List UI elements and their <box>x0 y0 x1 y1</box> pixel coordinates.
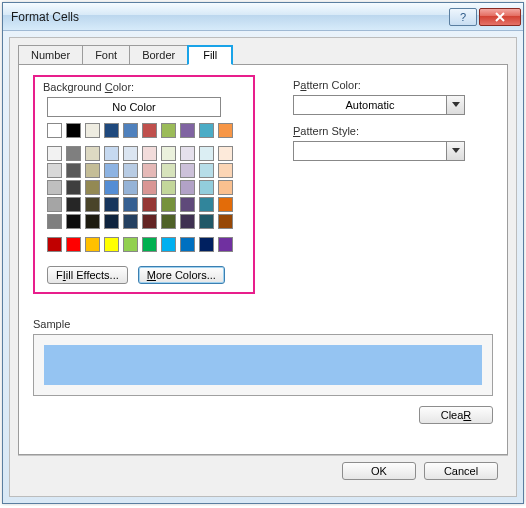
color-swatch[interactable] <box>123 214 138 229</box>
color-swatch[interactable] <box>199 214 214 229</box>
color-swatch[interactable] <box>66 123 81 138</box>
color-swatch[interactable] <box>142 180 157 195</box>
color-swatch[interactable] <box>85 197 100 212</box>
color-swatch[interactable] <box>47 146 62 161</box>
color-swatch[interactable] <box>66 214 81 229</box>
dialog-footer: OK Cancel <box>18 455 508 488</box>
color-swatch[interactable] <box>180 214 195 229</box>
color-swatch[interactable] <box>142 163 157 178</box>
color-swatch[interactable] <box>199 180 214 195</box>
color-swatch[interactable] <box>123 180 138 195</box>
sample-group: Sample <box>33 318 493 396</box>
color-swatch[interactable] <box>161 180 176 195</box>
color-swatch[interactable] <box>218 197 233 212</box>
color-swatch[interactable] <box>85 214 100 229</box>
chevron-down-icon <box>446 142 464 160</box>
color-swatch[interactable] <box>123 197 138 212</box>
color-swatch[interactable] <box>161 237 176 252</box>
color-swatch[interactable] <box>199 146 214 161</box>
tab-border[interactable]: Border <box>129 45 188 65</box>
color-swatch[interactable] <box>199 123 214 138</box>
color-swatch[interactable] <box>104 214 119 229</box>
color-swatch[interactable] <box>47 123 62 138</box>
color-swatch[interactable] <box>123 146 138 161</box>
fill-effects-button[interactable]: FIill Effects... <box>47 266 128 284</box>
color-swatch[interactable] <box>47 214 62 229</box>
color-swatch[interactable] <box>123 123 138 138</box>
color-swatch[interactable] <box>180 197 195 212</box>
color-swatch[interactable] <box>66 237 81 252</box>
color-swatch[interactable] <box>180 180 195 195</box>
color-swatch[interactable] <box>47 180 62 195</box>
color-swatch[interactable] <box>199 163 214 178</box>
background-color-label: Background Color: <box>43 81 245 93</box>
color-swatch[interactable] <box>161 214 176 229</box>
color-swatch[interactable] <box>218 180 233 195</box>
sample-preview <box>44 345 482 385</box>
close-button[interactable] <box>479 8 521 26</box>
color-swatch[interactable] <box>218 237 233 252</box>
pattern-color-combo[interactable]: Automatic <box>293 95 465 115</box>
color-swatch[interactable] <box>66 197 81 212</box>
color-swatch[interactable] <box>85 237 100 252</box>
dialog-body: Number Font Border Fill Background Color… <box>9 37 517 497</box>
color-swatch[interactable] <box>123 237 138 252</box>
color-swatch[interactable] <box>66 163 81 178</box>
color-swatch[interactable] <box>161 163 176 178</box>
color-swatch[interactable] <box>66 146 81 161</box>
pattern-column: Pattern Color: Automatic Pattern Style: <box>293 75 473 294</box>
color-swatch[interactable] <box>218 123 233 138</box>
color-swatch[interactable] <box>85 163 100 178</box>
color-swatch[interactable] <box>104 237 119 252</box>
sample-box <box>33 334 493 396</box>
format-cells-dialog: Format Cells ? Number Font Border Fill B… <box>2 2 524 504</box>
tab-fill[interactable]: Fill <box>187 45 233 65</box>
color-swatch[interactable] <box>47 237 62 252</box>
color-swatch[interactable] <box>85 146 100 161</box>
fill-panel: Background Color: No Color FIill Effects… <box>18 64 508 455</box>
titlebar[interactable]: Format Cells ? <box>3 3 523 31</box>
color-swatch[interactable] <box>104 163 119 178</box>
color-swatch[interactable] <box>180 146 195 161</box>
color-swatch[interactable] <box>104 146 119 161</box>
ok-button[interactable]: OK <box>342 462 416 480</box>
color-swatch[interactable] <box>142 123 157 138</box>
color-swatch[interactable] <box>66 180 81 195</box>
color-swatch[interactable] <box>47 163 62 178</box>
help-button[interactable]: ? <box>449 8 477 26</box>
color-swatch[interactable] <box>180 163 195 178</box>
clear-button[interactable]: CleaR <box>419 406 493 424</box>
color-swatch[interactable] <box>199 237 214 252</box>
background-color-group: Background Color: No Color FIill Effects… <box>33 75 255 294</box>
color-swatch[interactable] <box>142 146 157 161</box>
color-swatch[interactable] <box>180 237 195 252</box>
color-swatch[interactable] <box>218 146 233 161</box>
color-swatch[interactable] <box>161 197 176 212</box>
color-swatch[interactable] <box>199 197 214 212</box>
theme-color-row <box>47 123 245 138</box>
tab-number[interactable]: Number <box>18 45 83 65</box>
color-swatch[interactable] <box>85 180 100 195</box>
no-color-button[interactable]: No Color <box>47 97 221 117</box>
color-swatch[interactable] <box>123 163 138 178</box>
more-colors-button[interactable]: More Colors... <box>138 266 225 284</box>
standard-color-row <box>47 237 245 252</box>
color-swatch[interactable] <box>104 123 119 138</box>
pattern-style-label: Pattern Style: <box>293 125 473 137</box>
color-swatch[interactable] <box>161 123 176 138</box>
color-swatch[interactable] <box>104 197 119 212</box>
pattern-style-combo[interactable] <box>293 141 465 161</box>
color-swatch[interactable] <box>142 237 157 252</box>
cancel-button[interactable]: Cancel <box>424 462 498 480</box>
theme-tint-grid <box>47 146 245 229</box>
color-swatch[interactable] <box>161 146 176 161</box>
color-swatch[interactable] <box>180 123 195 138</box>
color-swatch[interactable] <box>104 180 119 195</box>
color-swatch[interactable] <box>218 214 233 229</box>
color-swatch[interactable] <box>218 163 233 178</box>
tab-font[interactable]: Font <box>82 45 130 65</box>
color-swatch[interactable] <box>142 214 157 229</box>
color-swatch[interactable] <box>142 197 157 212</box>
color-swatch[interactable] <box>47 197 62 212</box>
color-swatch[interactable] <box>85 123 100 138</box>
